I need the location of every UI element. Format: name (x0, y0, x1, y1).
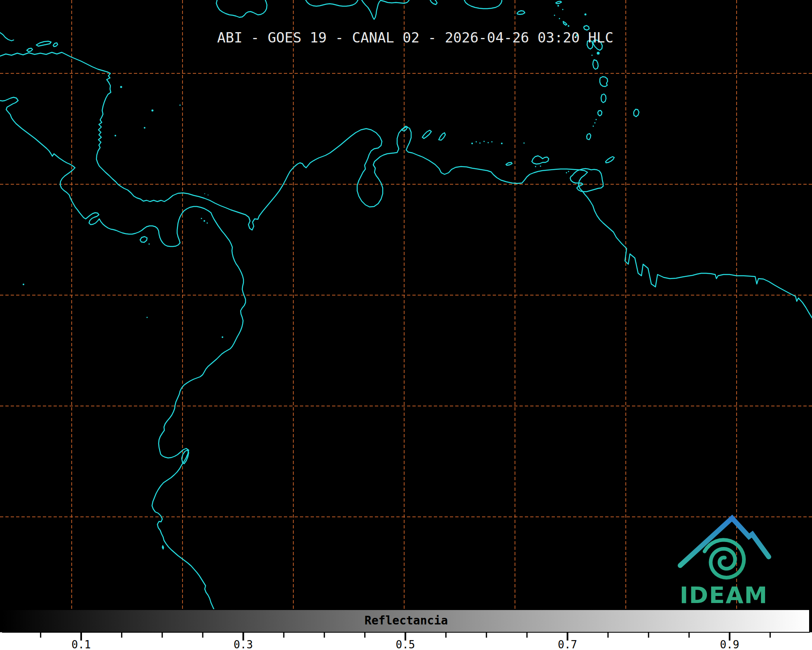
coiba-islet (149, 244, 150, 245)
los-roques-islet-4 (484, 141, 485, 142)
cocos-island-islet (23, 284, 24, 285)
bocas-islet-1 (568, 171, 569, 172)
gorgona-islet (222, 336, 223, 338)
st-martin-islet (557, 5, 559, 7)
san-blas-cay-2 (208, 195, 208, 195)
providencia-islet (152, 110, 154, 112)
los-roques-islet-3 (480, 143, 481, 144)
colorbar-label: Reflectancia (365, 614, 448, 627)
san-blas-cay-1 (204, 193, 205, 194)
reflectance-colorbar: Reflectancia 0.10.30.50.70.9 (0, 610, 812, 650)
coche-islet (540, 166, 541, 167)
los-roques-islet-1 (471, 143, 473, 144)
los-roques-islet-5 (488, 142, 489, 143)
grenadines-islet-3 (593, 126, 594, 127)
colorbar-tick-label: 0.1 (72, 638, 91, 650)
saba-islet (554, 15, 555, 16)
ideam-logo-text: IDEAM (680, 582, 768, 608)
colorbar-tick-label: 0.9 (720, 638, 739, 650)
st-barthelemy-islet (562, 9, 564, 10)
serrana-cay-islet (180, 105, 181, 106)
malpelo-islet (147, 317, 148, 318)
cubagua-islet (535, 166, 536, 167)
pearl-islands-islet-3 (207, 223, 208, 224)
grenadines-islet-1 (596, 119, 597, 120)
pearl-islands-islet-1 (201, 218, 202, 219)
marie-galante-islet (597, 52, 600, 55)
goes-satellite-map: ABI - GOES 19 - CANAL 02 - 2026-04-26 03… (0, 0, 812, 650)
les-saintes-islet (592, 55, 593, 56)
los-roques-islet-6 (491, 141, 493, 143)
bocas-islet-2 (566, 172, 567, 174)
la-orchila-islet (501, 143, 503, 144)
pearl-islands-islet-2 (204, 220, 205, 222)
map-background (0, 0, 812, 610)
colorbar-tick-label: 0.3 (234, 638, 253, 650)
colorbar-tick-label: 0.7 (558, 638, 577, 650)
colorbar-tick-label: 0.5 (396, 638, 415, 650)
corn-islands-islet (115, 135, 116, 136)
san-andres-islet (144, 127, 145, 129)
nevis-islet (568, 25, 569, 27)
barbuda-islet (585, 14, 587, 16)
la-blanquilla-islet (524, 143, 525, 144)
st-eustatius-islet (559, 18, 560, 19)
satellite-image-viewport: ABI - GOES 19 - CANAL 02 - 2026-04-26 03… (0, 0, 812, 650)
grenadines-islet-2 (594, 122, 596, 124)
miskito-cay-islet (120, 86, 122, 88)
map-title: ABI - GOES 19 - CANAL 02 - 2026-04-26 03… (217, 29, 613, 46)
los-roques-islet-2 (476, 141, 477, 143)
